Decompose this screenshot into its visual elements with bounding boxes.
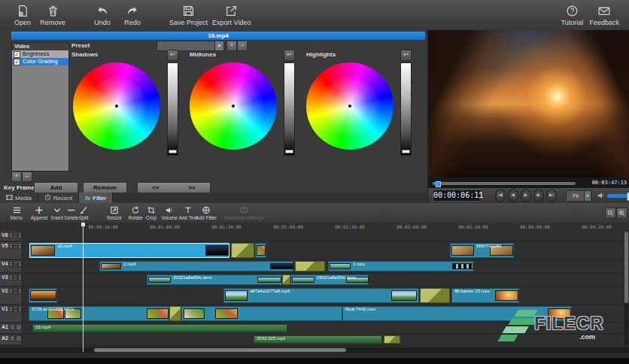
tab-media[interactable]: Media — [0, 193, 38, 203]
current-time-display[interactable]: 00:00:06:11 ▲▼ — [433, 190, 482, 202]
mute-icon[interactable]: ♪ — [9, 243, 13, 249]
hide-icon[interactable]: ◉ — [14, 288, 17, 294]
video-clip[interactable]: 1.mov — [328, 261, 474, 271]
video-clip[interactable]: 3726-ac459888.MOV — [29, 306, 169, 321]
lock-icon[interactable]: ▪ — [18, 275, 22, 281]
volume-slider[interactable] — [607, 194, 629, 198]
chevron-down-icon[interactable]: ▼ — [214, 41, 223, 50]
timeline-menu-button[interactable]: Menu — [3, 204, 30, 222]
video-clip[interactable]: 5567733284 — [450, 243, 514, 258]
video-clip[interactable]: 10.mp4 — [29, 243, 229, 258]
audio-clip[interactable]: 10.mp4 — [32, 324, 287, 332]
preset-add-button[interactable]: + — [226, 41, 237, 51]
skip-end-button[interactable]: ▶| — [546, 189, 557, 202]
seek-bar[interactable] — [433, 182, 576, 185]
save-project-button[interactable]: Save Project — [167, 1, 210, 29]
mute-icon[interactable]: ♪ — [10, 324, 16, 330]
filter-item-color-grading[interactable]: Color Grading — [12, 58, 68, 65]
mute-icon[interactable]: ♪ — [9, 306, 13, 312]
hide-icon[interactable]: ◉ — [14, 261, 17, 267]
hide-icon[interactable]: ◉ — [14, 275, 17, 281]
tab-recent[interactable]: Recent — [38, 193, 79, 203]
video-clip[interactable]: 29321a8a50fc.wmv — [147, 275, 282, 285]
hide-icon[interactable]: ◉ — [14, 306, 17, 312]
volume-handle[interactable] — [627, 193, 629, 201]
time-spinner[interactable]: ▲▼ — [479, 190, 481, 201]
lock-icon[interactable]: ▪ — [16, 335, 22, 341]
lock-icon[interactable]: ▪ — [18, 288, 22, 294]
video-clip[interactable] — [29, 288, 57, 303]
shadows-reset-button[interactable]: ↩ — [167, 50, 178, 61]
keyframe-next-button[interactable]: >> — [188, 183, 195, 193]
tutorial-button[interactable]: Tutorial — [557, 1, 587, 29]
brightness-checkbox[interactable] — [14, 51, 20, 58]
vertical-scrollbar[interactable] — [624, 232, 628, 344]
mute-icon[interactable]: ♪ — [10, 335, 16, 341]
horizontal-scrollbar[interactable] — [0, 347, 629, 353]
shadows-luma-slider[interactable] — [167, 62, 178, 156]
open-button[interactable]: Open — [8, 1, 38, 29]
filter-item-brightness[interactable]: Brightness — [12, 50, 68, 58]
track-lane[interactable] — [23, 232, 629, 241]
lock-icon[interactable]: ▪ — [18, 232, 22, 238]
preset-remove-button[interactable]: − — [237, 41, 248, 51]
hide-icon[interactable]: ◉ — [14, 243, 17, 249]
chevron-down-icon[interactable]: ▼ — [584, 191, 591, 201]
midtones-luma-slider[interactable] — [284, 62, 295, 156]
video-clip[interactable]: a87a4a1677a8.mp4 — [223, 288, 419, 303]
video-clip[interactable] — [181, 306, 342, 321]
add-filter-button[interactable]: Add Filter — [194, 204, 218, 222]
video-clip[interactable]: 29021a8a50fc.wmv — [290, 275, 369, 285]
keyframe-add-button[interactable]: Add — [34, 182, 78, 193]
remove-filter-minus-button[interactable]: − — [22, 171, 32, 182]
lock-icon[interactable]: ▪ — [18, 261, 22, 267]
playhead[interactable] — [83, 223, 84, 352]
seek-handle[interactable] — [436, 181, 441, 187]
tab-filter[interactable]: fx Filter — [79, 193, 113, 203]
video-clip[interactable]: 88 barrier 15.mov — [451, 288, 519, 303]
skip-start-button[interactable]: |◀ — [495, 189, 506, 202]
midtones-reset-button[interactable]: ↩ — [284, 50, 295, 61]
mute-icon[interactable]: ♪ — [9, 232, 13, 238]
track-lane[interactable]: 29321a8a50fc.wmv29021a8a50fc.wmv — [23, 274, 629, 286]
lock-icon[interactable]: ▪ — [18, 306, 22, 312]
feedback-button[interactable]: Feedback — [587, 1, 621, 29]
track-lane[interactable]: 2.mp41.mov — [23, 260, 629, 272]
mute-icon[interactable]: ♪ — [9, 275, 13, 281]
transition-clip[interactable] — [231, 243, 254, 258]
audio-clip[interactable]: 2553 225.mp3 — [254, 335, 382, 344]
split-button[interactable]: Split — [73, 204, 94, 222]
keyframe-prev-button[interactable]: << — [152, 183, 159, 193]
resize-button[interactable]: Resize — [103, 204, 126, 222]
keyframe-nav-buttons[interactable]: << >> — [137, 182, 211, 193]
hide-icon[interactable]: ◉ — [14, 232, 17, 238]
video-clip[interactable] — [255, 243, 266, 258]
transition-settings-button[interactable]: Transition Settings — [220, 204, 268, 222]
video-clip[interactable]: 2.mp4 — [99, 261, 293, 271]
zoom-fit-dropdown[interactable]: Fit ▼ — [566, 190, 591, 202]
lock-icon[interactable]: ▪ — [16, 324, 22, 330]
remove-button[interactable]: Remove — [38, 1, 68, 29]
transition-clip[interactable] — [169, 306, 181, 321]
redo-button[interactable]: Redo — [117, 1, 147, 29]
speaker-icon[interactable] — [597, 189, 605, 202]
color-grading-checkbox[interactable] — [14, 59, 20, 65]
transition-clip[interactable] — [384, 335, 400, 344]
lock-icon[interactable]: ▪ — [18, 243, 22, 249]
track-lane[interactable]: a87a4a1677a8.mp488 barrier 15.mov — [23, 287, 629, 304]
scrollbar-thumb[interactable] — [624, 232, 628, 303]
mute-icon[interactable]: ♪ — [9, 261, 13, 267]
undo-button[interactable]: Undo — [87, 1, 117, 29]
midtones-color-wheel[interactable] — [190, 62, 277, 150]
step-forward-button[interactable]: ▶ — [533, 189, 544, 202]
mute-icon[interactable]: ♪ — [9, 288, 13, 294]
transition-clip[interactable] — [295, 261, 325, 271]
track-lane[interactable]: 10.mp45567733284 — [23, 242, 629, 259]
add-filter-plus-button[interactable]: + — [11, 171, 22, 182]
timeline-zoom-out-button[interactable] — [605, 208, 616, 219]
play-button[interactable]: ▶ — [521, 189, 531, 202]
timeline-zoom-in-button[interactable] — [616, 208, 627, 219]
transition-clip[interactable] — [420, 288, 450, 303]
highlights-reset-button[interactable]: ↩ — [400, 50, 412, 61]
shadows-color-wheel[interactable] — [73, 62, 160, 150]
